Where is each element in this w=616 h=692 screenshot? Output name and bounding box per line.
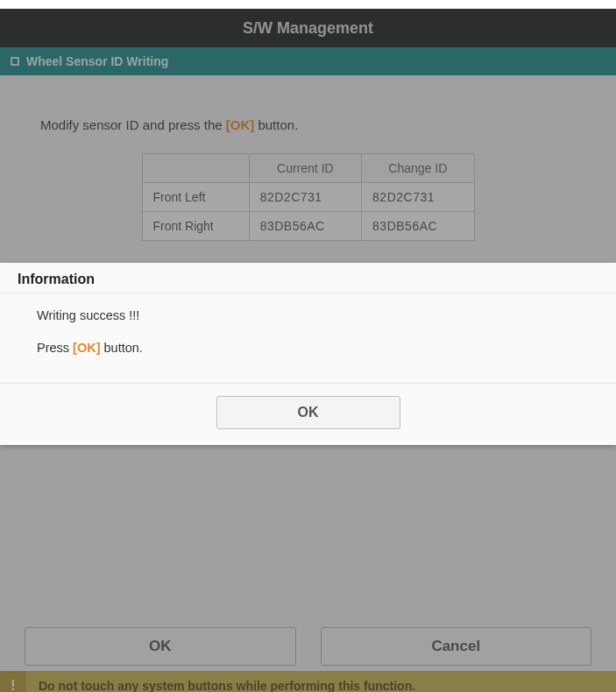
app-root: S/W Management Wheel Sensor ID Writing M… (0, 9, 616, 692)
modal-line1: Writing success !!! (37, 306, 598, 326)
information-modal: Information Writing success !!! Press [O… (0, 263, 616, 445)
modal-line2-suffix: button. (101, 341, 143, 355)
modal-ok-inline: [OK] (73, 341, 100, 355)
modal-body: Writing success !!! Press [OK] button. (0, 293, 616, 384)
modal-title: Information (0, 263, 616, 293)
modal-footer: OK (0, 384, 616, 445)
modal-line2: Press [OK] button. (37, 338, 598, 358)
modal-ok-button[interactable]: OK (216, 396, 400, 429)
modal-line2-prefix: Press (37, 341, 73, 355)
